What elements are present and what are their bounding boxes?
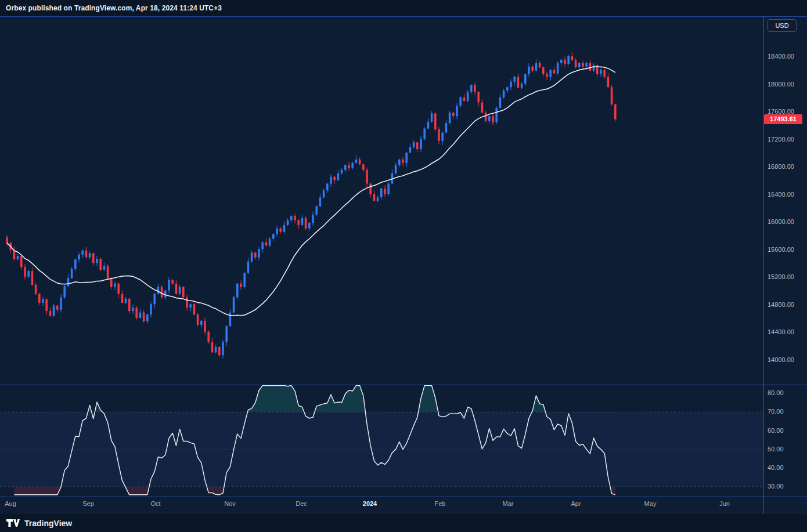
rsi-tick-label: 70.00 [768,408,784,415]
time-axis-label: Nov [224,500,236,507]
time-axis[interactable]: AugSepOctNovDec2024FebMarAprMayJun [0,497,807,514]
rsi-tick-label: 80.00 [768,389,784,396]
price-tick-label: 14000.00 [768,356,794,363]
time-axis-label: Apr [571,500,581,507]
rsi-tick-label: 30.00 [768,483,784,490]
price-axis[interactable]: 18400.0018000.0017600.0017200.0016800.00… [764,16,807,385]
time-axis-label: Oct [150,500,160,507]
attribution-bar: Orbex published on TradingView.com, Apr … [0,0,807,16]
time-axis-label: 2024 [363,500,377,507]
price-tick-label: 15200.00 [768,273,794,280]
tradingview-brand-label[interactable]: TradingView [24,519,72,528]
price-tick-label: 14800.00 [768,301,794,308]
price-tick-label: 16000.00 [768,218,794,225]
attribution-text: Orbex published on TradingView.com, Apr … [6,4,222,12]
price-tick-label: 14400.00 [768,328,794,335]
price-tick-label: 16800.00 [768,163,794,170]
price-tick-label: 17600.00 [768,108,794,115]
price-tick-label: 16400.00 [768,191,794,198]
time-axis-label: Jun [719,500,730,507]
chart-canvas[interactable] [0,16,807,514]
rsi-tick-label: 60.00 [768,427,784,434]
price-tick-label: 18000.00 [768,81,794,88]
rsi-tick-label: 50.00 [768,446,784,453]
time-axis-label: Dec [296,500,307,507]
price-tick-label: 18400.00 [768,53,794,60]
time-axis-label: May [644,500,657,507]
time-axis-label: Mar [503,500,514,507]
time-axis-label: Aug [5,500,16,507]
tradingview-logo-icon[interactable] [6,519,20,527]
last-price-badge: 17493.61 [764,114,802,124]
time-axis-label: Feb [435,500,446,507]
rsi-axis[interactable]: 80.0070.0060.0050.0040.0030.00 [764,385,807,497]
time-axis-label: Sep [82,500,94,507]
price-tick-label: 17200.00 [768,136,794,143]
footer-bar: TradingView [0,514,807,532]
chart-window: Orbex published on TradingView.com, Apr … [0,0,807,532]
rsi-tick-label: 40.00 [768,464,784,471]
price-tick-label: 15600.00 [768,246,794,253]
